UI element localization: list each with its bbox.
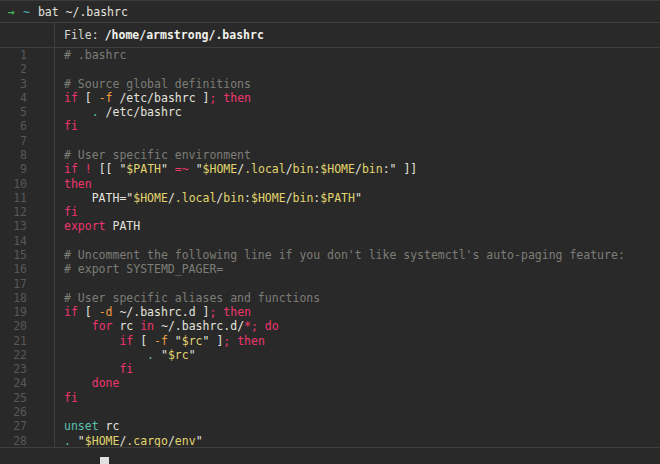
code-line-text (55, 277, 64, 291)
line-number: 4 (0, 91, 55, 105)
code-line: 7 (0, 134, 660, 148)
line-number: 27 (0, 419, 55, 433)
line-number: 23 (0, 362, 55, 376)
gutter-spacer (0, 23, 55, 47)
code-line: 25fi (0, 391, 660, 405)
code-line-text: then (55, 177, 92, 191)
code-line-text: export PATH (55, 219, 140, 233)
line-number: 2 (0, 62, 55, 76)
code-line-text: . "$rc" (55, 348, 196, 362)
line-number: 12 (0, 205, 55, 219)
code-line-text: fi (55, 362, 133, 376)
line-number: 18 (0, 291, 55, 305)
code-line: 2 (0, 62, 660, 76)
prompt-line[interactable]: → ~ bat ~/.bashrc (0, 1, 660, 22)
code-line: 24 done (0, 376, 660, 390)
code-line-text: # export SYSTEMD_PAGER= (55, 262, 223, 276)
line-number: 17 (0, 277, 55, 291)
code-line-text: unset rc (55, 419, 119, 433)
line-number: 7 (0, 134, 55, 148)
code-line-text: fi (55, 205, 78, 219)
code-line: 18# User specific aliases and functions (0, 291, 660, 305)
code-line-text (55, 405, 64, 419)
code-line: 5 . /etc/bashrc (0, 105, 660, 119)
line-number: 20 (0, 319, 55, 333)
code-line: 28. "$HOME/.cargo/env" (0, 434, 660, 448)
code-line-text: . /etc/bashrc (55, 105, 182, 119)
code-line: 3# Source global definitions (0, 77, 660, 91)
terminal-screen[interactable]: { "colors": { "bg": "#292929", "fg": "#e… (0, 0, 660, 464)
code-line-text: if [ -f "$rc" ]; then (55, 334, 265, 348)
code-line: 19if [ -d ~/.bashrc.d ]; then (0, 305, 660, 319)
line-number: 21 (0, 334, 55, 348)
line-number: 5 (0, 105, 55, 119)
code-line: 1# .bashrc (0, 48, 660, 62)
line-number: 9 (0, 162, 55, 176)
line-number: 22 (0, 348, 55, 362)
line-number: 8 (0, 148, 55, 162)
prompt-directory: ~ (23, 5, 30, 19)
prompt-arrow-icon: → (8, 5, 15, 19)
code-line-text: # Source global definitions (55, 77, 251, 91)
code-line-text: if ! [[ "$PATH" =~ "$HOME/.local/bin:$HO… (55, 162, 417, 176)
line-number: 3 (0, 77, 55, 91)
code-area: 1# .bashrc23# Source global definitions4… (0, 48, 660, 448)
line-number: 13 (0, 219, 55, 233)
code-line: 4if [ -f /etc/bashrc ]; then (0, 91, 660, 105)
code-line: 23 fi (0, 362, 660, 376)
file-header-text: File: /home/armstrong/.bashrc (55, 23, 264, 47)
line-number: 10 (0, 177, 55, 191)
code-line-text: done (55, 376, 119, 390)
line-number: 11 (0, 191, 55, 205)
code-line-text: fi (55, 119, 78, 133)
prompt-command-text: bat ~/.bashrc (38, 5, 128, 19)
code-line: 10then (0, 177, 660, 191)
code-line: 22 . "$rc" (0, 348, 660, 362)
line-number: 24 (0, 376, 55, 390)
line-number: 28 (0, 434, 55, 448)
code-line: 27unset rc (0, 419, 660, 433)
code-line-text: . "$HOME/.cargo/env" (55, 434, 203, 448)
code-line-text (55, 234, 64, 248)
line-number: 25 (0, 391, 55, 405)
code-line: 13export PATH (0, 219, 660, 233)
code-line-text: # .bashrc (55, 48, 126, 62)
code-line: 15# Uncomment the following line if you … (0, 248, 660, 262)
code-line-text: # User specific environment (55, 148, 251, 162)
code-line-text (55, 62, 64, 76)
code-line: 26 (0, 405, 660, 419)
code-line-text: PATH="$HOME/.local/bin:$HOME/bin:$PATH" (55, 191, 362, 205)
file-label: File: (64, 28, 99, 42)
code-line-text: if [ -d ~/.bashrc.d ]; then (55, 305, 251, 319)
file-path: /home/armstrong/.bashrc (105, 28, 264, 42)
code-line: 21 if [ -f "$rc" ]; then (0, 334, 660, 348)
code-line-text: for rc in ~/.bashrc.d/*; do (55, 319, 279, 333)
code-line: 8# User specific environment (0, 148, 660, 162)
line-number: 6 (0, 119, 55, 133)
line-number: 26 (0, 405, 55, 419)
code-line-text: if [ -f /etc/bashrc ]; then (55, 91, 251, 105)
code-line: 17 (0, 277, 660, 291)
line-number: 15 (0, 248, 55, 262)
bat-file-header: File: /home/armstrong/.bashrc (0, 22, 660, 48)
code-line: 20 for rc in ~/.bashrc.d/*; do (0, 319, 660, 333)
code-line: 16# export SYSTEMD_PAGER= (0, 262, 660, 276)
code-line-text (55, 134, 64, 148)
line-number: 14 (0, 234, 55, 248)
code-line: 12fi (0, 205, 660, 219)
code-line-text: fi (55, 391, 78, 405)
line-number: 16 (0, 262, 55, 276)
code-line: 11 PATH="$HOME/.local/bin:$HOME/bin:$PAT… (0, 191, 660, 205)
code-line-text: # User specific aliases and functions (55, 291, 320, 305)
code-line-text: # Uncomment the following line if you do… (55, 248, 625, 262)
code-line: 6fi (0, 119, 660, 133)
code-line: 14 (0, 234, 660, 248)
line-number: 19 (0, 305, 55, 319)
code-line: 9if ! [[ "$PATH" =~ "$HOME/.local/bin:$H… (0, 162, 660, 176)
line-number: 1 (0, 48, 55, 62)
terminal-cursor (100, 457, 109, 464)
